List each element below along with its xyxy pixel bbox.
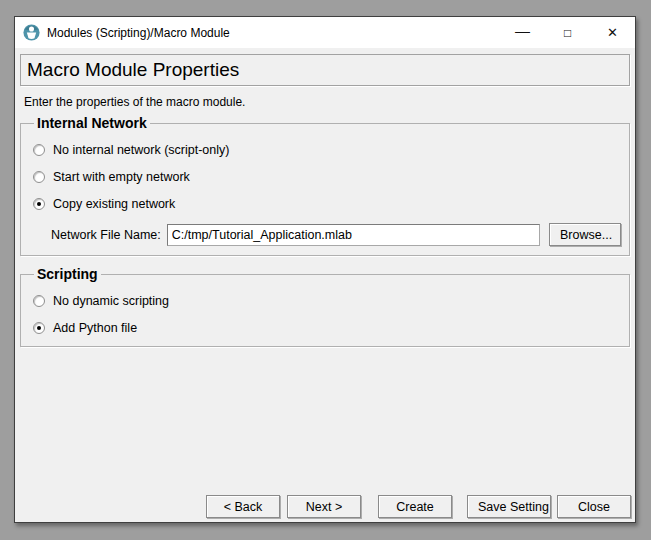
browse-button[interactable]: Browse... bbox=[549, 223, 621, 246]
create-button[interactable]: Create bbox=[378, 495, 452, 518]
radio-icon[interactable] bbox=[33, 198, 45, 210]
internal-network-legend: Internal Network bbox=[34, 115, 150, 131]
radio-label: Copy existing network bbox=[53, 197, 175, 211]
radio-icon[interactable] bbox=[33, 171, 45, 183]
radio-label: Add Python file bbox=[53, 321, 137, 335]
next-button[interactable]: Next > bbox=[287, 495, 361, 518]
maximize-icon[interactable]: □ bbox=[545, 17, 590, 48]
radio-no-internal-network[interactable]: No internal network (script-only) bbox=[33, 141, 621, 159]
radio-add-python-file[interactable]: Add Python file bbox=[33, 319, 621, 337]
radio-icon[interactable] bbox=[33, 144, 45, 156]
save-setting-button[interactable]: Save Setting bbox=[467, 495, 551, 518]
radio-label: No dynamic scripting bbox=[53, 294, 169, 308]
radio-label: No internal network (script-only) bbox=[53, 143, 229, 157]
network-file-input[interactable] bbox=[167, 224, 540, 246]
radio-copy-existing-network[interactable]: Copy existing network bbox=[33, 195, 621, 213]
network-file-row: Network File Name: Browse... bbox=[51, 223, 621, 246]
page-subtitle: Enter the properties of the macro module… bbox=[24, 95, 630, 109]
minimize-icon[interactable]: — bbox=[500, 17, 545, 48]
dialog-content: Macro Module Properties Enter the proper… bbox=[15, 48, 635, 522]
window-controls: — □ ✕ bbox=[500, 17, 635, 48]
page-title: Macro Module Properties bbox=[27, 59, 239, 81]
radio-start-empty-network[interactable]: Start with empty network bbox=[33, 168, 621, 186]
desktop-background: { "window": { "title": "Modules (Scripti… bbox=[0, 0, 651, 540]
scripting-legend: Scripting bbox=[34, 266, 101, 282]
back-button[interactable]: < Back bbox=[206, 495, 280, 518]
app-icon bbox=[23, 24, 40, 41]
titlebar[interactable]: Modules (Scripting)/Macro Module — □ ✕ bbox=[15, 17, 635, 48]
close-button[interactable]: Close bbox=[557, 495, 631, 518]
radio-icon[interactable] bbox=[33, 295, 45, 307]
radio-label: Start with empty network bbox=[53, 170, 190, 184]
page-title-box: Macro Module Properties bbox=[20, 54, 630, 86]
radio-icon[interactable] bbox=[33, 322, 45, 334]
network-file-label: Network File Name: bbox=[51, 228, 161, 242]
dialog-window: Modules (Scripting)/Macro Module — □ ✕ M… bbox=[14, 16, 636, 523]
radio-no-dynamic-scripting[interactable]: No dynamic scripting bbox=[33, 292, 621, 310]
internal-network-group: Internal Network No internal network (sc… bbox=[20, 115, 630, 256]
scripting-group: Scripting No dynamic scripting Add Pytho… bbox=[20, 266, 630, 347]
window-title: Modules (Scripting)/Macro Module bbox=[47, 26, 500, 40]
wizard-button-row: < Back Next > Create Save Setting Close bbox=[206, 495, 631, 518]
close-icon[interactable]: ✕ bbox=[590, 17, 635, 48]
